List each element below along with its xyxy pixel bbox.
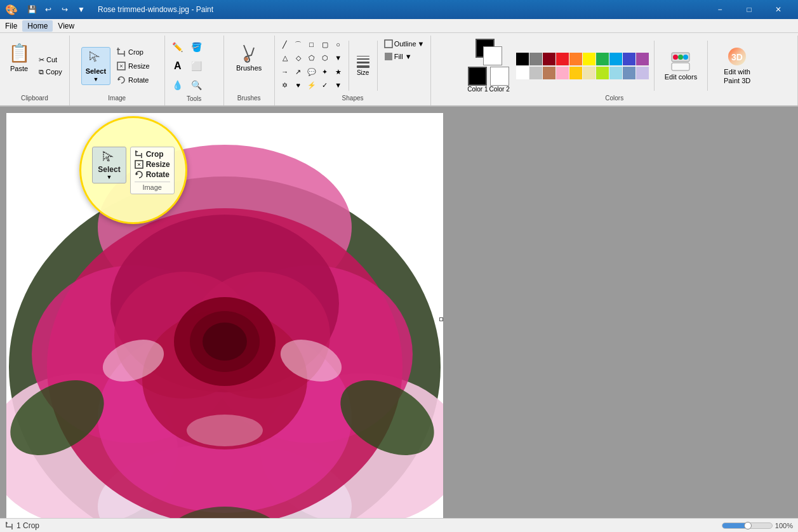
callout-shape[interactable]: 💬 <box>305 65 318 78</box>
redo-quick-btn[interactable]: ↪ <box>57 2 72 17</box>
color-cell[interactable] <box>569 67 582 79</box>
star5-shape[interactable]: ★ <box>332 65 345 78</box>
callout-crop-label: Crop <box>146 150 164 159</box>
color2-label: Color 2 <box>489 86 510 93</box>
canvas-area[interactable]: Select ▼ Crop <box>0 107 798 518</box>
callout-select-btn[interactable]: Select ▼ <box>92 147 126 183</box>
rounded-rect-shape[interactable]: ▢ <box>319 38 331 51</box>
maximize-btn[interactable]: □ <box>735 0 764 19</box>
cut-button[interactable]: ✂ Cut <box>36 55 65 65</box>
zoom-content: Select ▼ Crop <box>81 118 185 222</box>
arrow2-shape[interactable]: ↗ <box>292 65 305 78</box>
magnifier-tool[interactable]: 🔍 <box>188 76 206 94</box>
edit-paint3d-label: Edit with Paint 3D <box>718 68 756 84</box>
svg-marker-37 <box>136 173 138 175</box>
color-cell[interactable] <box>583 53 595 65</box>
color-cell[interactable] <box>556 53 569 65</box>
color-cell[interactable] <box>596 67 609 79</box>
callout-crop-btn[interactable]: Crop <box>135 150 170 159</box>
arrow-shape[interactable]: → <box>279 65 291 78</box>
pencil-tool[interactable]: ✏️ <box>169 38 187 56</box>
star6-shape[interactable]: ✡ <box>279 79 291 91</box>
check-shape[interactable]: ✓ <box>319 79 331 91</box>
color-cell[interactable] <box>623 53 635 65</box>
color-picker-tool[interactable]: 💧 <box>169 76 187 94</box>
zoom-slider[interactable] <box>722 522 773 529</box>
triangle-shape[interactable]: △ <box>279 51 291 64</box>
color-cell[interactable] <box>609 67 622 79</box>
svg-point-2 <box>244 57 248 61</box>
color-cell[interactable] <box>529 67 542 79</box>
callout-select-icon <box>102 150 117 165</box>
cut-icon: ✂ <box>39 56 44 64</box>
undo-quick-btn[interactable]: ↩ <box>41 2 56 17</box>
copy-button[interactable]: ⧉ Copy <box>36 67 65 77</box>
callout-crop-icon <box>135 150 143 159</box>
rect-shape[interactable]: □ <box>305 38 318 51</box>
lightning-shape[interactable]: ⚡ <box>305 79 318 91</box>
color-cell[interactable] <box>516 53 529 65</box>
diamond-shape[interactable]: ◇ <box>292 51 305 64</box>
pentagon-shape[interactable]: ⬠ <box>305 51 318 64</box>
color-cell[interactable] <box>596 53 609 65</box>
copy-icon: ⧉ <box>39 68 44 76</box>
paste-label: Paste <box>10 65 28 72</box>
dropdown-quick-btn[interactable]: ▼ <box>74 2 89 17</box>
color-cell[interactable] <box>529 53 542 65</box>
line-shape[interactable]: ╱ <box>279 38 291 51</box>
fill-icon <box>384 52 393 61</box>
copy-label: Copy <box>46 68 62 76</box>
select-button[interactable]: Select ▼ <box>81 47 110 85</box>
brushes-button[interactable]: Brushes <box>232 38 265 76</box>
menu-file[interactable]: File <box>0 20 22 32</box>
color-cell[interactable] <box>543 53 555 65</box>
crop-button[interactable]: Crop <box>113 46 153 58</box>
paste-icon: 📋 <box>8 43 30 63</box>
callout-rotate-btn[interactable]: Rotate <box>135 170 170 179</box>
app-icon: 🎨 <box>5 4 18 16</box>
tools-label: Tools <box>187 94 201 103</box>
minimize-btn[interactable]: − <box>705 0 735 19</box>
outline-button[interactable]: Outline ▼ <box>382 38 427 50</box>
crop-label: Crop <box>128 48 143 56</box>
rotate-button[interactable]: Rotate <box>113 74 153 86</box>
color-cell[interactable] <box>623 67 635 79</box>
color-cell[interactable] <box>636 53 649 65</box>
resize-button[interactable]: Resize <box>113 60 153 72</box>
close-btn[interactable]: ✕ <box>764 0 793 19</box>
hexagon-shape[interactable]: ⬡ <box>319 51 331 64</box>
color1-selector[interactable]: Color 1 Color 2 <box>467 39 510 93</box>
eraser-tool[interactable]: ⬜ <box>188 57 206 75</box>
color-cell[interactable] <box>583 67 595 79</box>
edit-colors-button[interactable]: Edit colors <box>660 49 702 83</box>
shapes-group: ╱ ⌒ □ ▢ ○ △ ◇ ⬠ ⬡ ▼ → ↗ 💬 ✦ ★ ✡ <box>275 36 432 105</box>
color-cell[interactable] <box>609 53 622 65</box>
color-cell[interactable] <box>556 67 569 79</box>
color-cell[interactable] <box>569 53 582 65</box>
resize-handle-right[interactable] <box>439 317 443 321</box>
heart-shape[interactable]: ♥ <box>292 79 305 91</box>
paste-button[interactable]: 📋 Paste <box>4 38 34 76</box>
more-shapes[interactable]: ▼ <box>332 51 345 64</box>
ellipse-shape[interactable]: ○ <box>332 38 345 51</box>
text-tool[interactable]: A <box>169 57 187 75</box>
size-button[interactable]: Size <box>353 38 373 93</box>
menu-view[interactable]: View <box>53 20 79 32</box>
color1-btn[interactable]: Color 1 <box>467 67 488 93</box>
save-quick-btn[interactable]: 💾 <box>24 2 39 17</box>
callout-resize-icon <box>135 160 143 169</box>
menu-home[interactable]: Home <box>22 20 53 32</box>
star4-shape[interactable]: ✦ <box>319 65 331 78</box>
fill-button[interactable]: Fill ▼ <box>382 51 427 62</box>
curve-shape[interactable]: ⌒ <box>292 38 305 51</box>
color-cell[interactable] <box>516 67 529 79</box>
edit-paint3d-button[interactable]: 3D Edit with Paint 3D <box>713 44 761 87</box>
callout-resize-btn[interactable]: Resize <box>135 160 170 169</box>
fill-tool[interactable]: 🪣 <box>188 38 206 56</box>
color2-btn[interactable]: Color 2 <box>489 67 510 93</box>
more2-shapes[interactable]: ▼ <box>332 79 345 91</box>
canvas-image[interactable]: Select ▼ Crop <box>6 113 443 518</box>
color-cell[interactable] <box>543 67 555 79</box>
zoom-thumb[interactable] <box>744 522 752 529</box>
color-cell[interactable] <box>636 67 649 79</box>
